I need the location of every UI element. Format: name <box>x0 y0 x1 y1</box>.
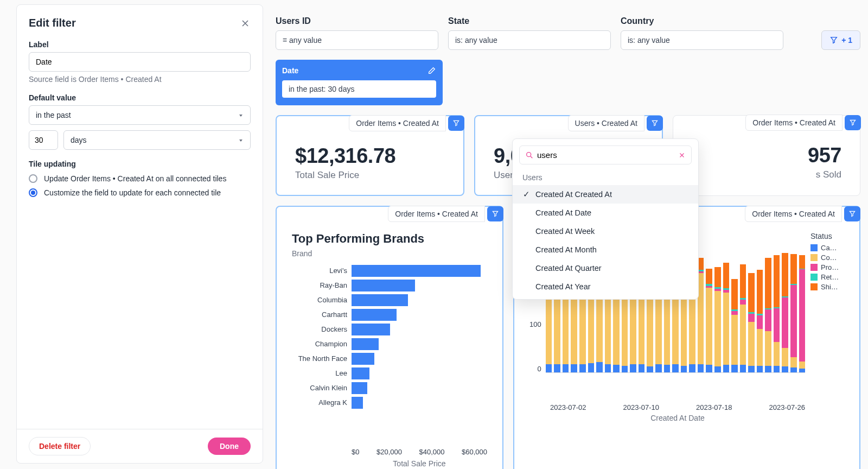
source-label[interactable]: Order Items • Created At <box>745 115 843 131</box>
vbar-segment <box>757 315 763 329</box>
vbar-column <box>706 269 712 372</box>
source-label[interactable]: Order Items • Created At <box>388 206 485 222</box>
popover-option-label: Created At Week <box>535 227 595 236</box>
vbar-segment <box>765 331 771 365</box>
vbar-segment <box>790 357 797 367</box>
clear-icon[interactable] <box>678 151 686 159</box>
axis-tick: $40,000 <box>419 448 444 456</box>
legend-item[interactable]: Pro… <box>810 263 844 271</box>
hbar-x-axis: $0$20,000$40,000$60,000 <box>292 448 487 456</box>
search-box <box>519 145 692 164</box>
popover-option[interactable]: Created At Month <box>513 240 698 259</box>
axis-tick: 100 <box>529 320 541 328</box>
done-button[interactable]: Done <box>208 438 251 455</box>
search-icon <box>525 151 534 160</box>
hbar-x-axis-title: Total Sale Price <box>292 459 487 468</box>
filter-icon[interactable] <box>647 116 663 131</box>
popover-option[interactable]: ✓Created At Created At <box>513 185 698 204</box>
legend-item[interactable]: Ca… <box>810 244 844 252</box>
legend-item[interactable]: Co… <box>810 253 844 262</box>
legend-swatch <box>810 244 818 251</box>
legend-swatch <box>810 283 818 290</box>
legend-item[interactable]: Ret… <box>810 273 844 281</box>
label-input[interactable] <box>29 52 251 72</box>
tile-updating-group: Tile updating Update Order Items • Creat… <box>29 160 251 200</box>
default-mode-value: in the past <box>36 111 71 119</box>
vbar-column <box>782 253 788 372</box>
hbar-bar <box>352 324 390 335</box>
add-filter-label: + 1 <box>841 36 852 45</box>
vbar-segment <box>731 365 738 372</box>
filter-icon[interactable] <box>845 115 861 130</box>
vbar-segment <box>622 366 628 372</box>
kpi-total-sale-price: Order Items • Created At $12,316.78 Tota… <box>276 115 464 196</box>
filter-country: Country is: any value <box>621 16 783 50</box>
popover-option[interactable]: Created At Date <box>513 204 698 222</box>
kpi-sold: Order Items • Created At 957 s Sold <box>673 115 860 196</box>
filter-value-box[interactable]: is: any value <box>621 30 783 50</box>
hbar-category-label: Columbia <box>292 296 347 304</box>
vbar-segment <box>689 364 695 372</box>
vbar-segment <box>799 255 806 269</box>
kpi-value: 957 <box>692 144 841 167</box>
default-unit-select[interactable]: days ▼ <box>63 130 251 150</box>
radio-update-all[interactable]: Update Order Items • Created At on all c… <box>29 172 251 186</box>
kpi-value: $12,316.78 <box>295 144 445 168</box>
vbar-segment <box>790 254 797 284</box>
vbar-segment <box>748 273 755 312</box>
hbar-row: Lee <box>352 366 487 381</box>
hbar-row: Columbia <box>352 293 487 307</box>
vbar-segment <box>706 288 712 365</box>
vbar-segment <box>765 258 771 308</box>
axis-tick: $20,000 <box>376 448 402 456</box>
source-label[interactable]: Order Items • Created At <box>349 115 446 131</box>
vbar-segment <box>799 362 806 368</box>
vbar-column <box>714 267 721 372</box>
filter-value-box[interactable]: is: any value <box>448 30 611 50</box>
source-label[interactable]: Order Items • Created At <box>745 206 842 222</box>
axis-tick: 2023-07-10 <box>623 403 660 411</box>
source-label[interactable]: Users • Created At <box>568 115 644 131</box>
radio-customize[interactable]: Customize the field to update for each c… <box>29 186 251 200</box>
popover-option[interactable]: Created At Week <box>513 222 698 240</box>
vbar-segment <box>782 253 788 296</box>
vbar-segment <box>723 263 730 288</box>
filter-icon[interactable] <box>448 116 464 131</box>
filter-icon[interactable] <box>487 206 503 221</box>
hbar-bar <box>352 338 379 350</box>
vbar-segment <box>706 365 712 372</box>
filter-icon[interactable] <box>844 206 860 221</box>
vbar-segment <box>765 309 771 331</box>
filter-label: State <box>448 16 611 26</box>
add-filter-button[interactable]: + 1 <box>821 30 860 50</box>
edit-filter-panel: Edit filter Label Source field is Order … <box>16 4 263 464</box>
axis-tick: $60,000 <box>462 448 487 456</box>
date-tile-value[interactable]: in the past: 30 days <box>282 80 436 98</box>
legend-label: Ret… <box>821 273 839 281</box>
default-value-group: Default value in the past ▼ days ▼ <box>29 93 251 150</box>
hbar-row: Allegra K <box>352 395 487 410</box>
hbar-bar <box>352 367 369 379</box>
filter-value-box[interactable]: = any value <box>276 30 438 50</box>
vbar-segment <box>639 364 645 372</box>
legend-item[interactable]: Shi… <box>810 283 844 291</box>
axis-tick: 2023-07-26 <box>769 403 806 411</box>
search-input[interactable] <box>534 149 678 161</box>
popover-option[interactable]: Created At Quarter <box>513 259 698 277</box>
popover-option-label: Created At Date <box>535 208 591 217</box>
legend-swatch <box>810 264 818 271</box>
hbar-bar <box>352 294 408 306</box>
vbar-segment <box>774 255 780 307</box>
delete-filter-button[interactable]: Delete filter <box>29 437 91 455</box>
hbar-row: Calvin Klein <box>352 381 487 395</box>
legend-title: Status <box>810 232 844 240</box>
edit-icon[interactable] <box>427 66 436 75</box>
popover-option-label: Created At Quarter <box>535 264 602 272</box>
radio-label: Customize the field to update for each c… <box>44 188 221 197</box>
default-mode-select[interactable]: in the past ▼ <box>29 105 251 125</box>
chevron-down-icon: ▼ <box>238 113 244 117</box>
popover-option[interactable]: Created At Year <box>513 277 698 296</box>
close-icon[interactable] <box>240 18 251 29</box>
hbar-row: The North Face <box>352 351 487 366</box>
default-number-input[interactable] <box>29 130 58 150</box>
